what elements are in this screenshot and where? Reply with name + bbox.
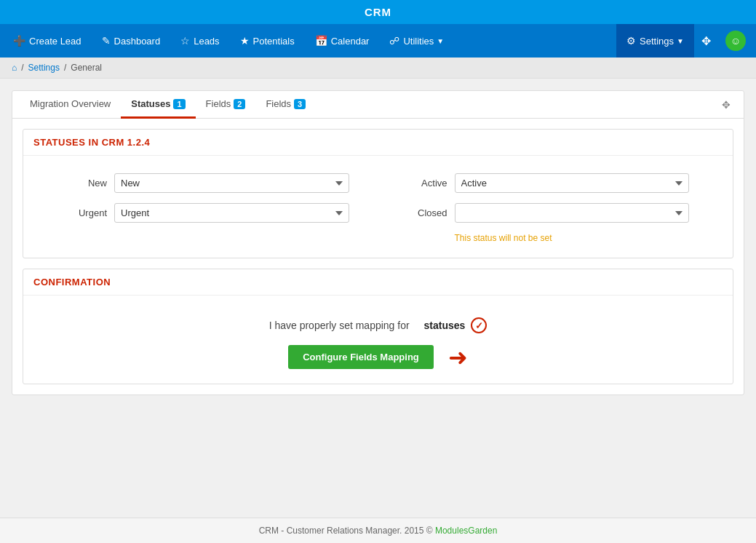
status-col-left: New New Urgent Urgent bbox=[38, 173, 378, 243]
plus-icon: ➕ bbox=[13, 35, 25, 47]
new-label: New bbox=[67, 178, 107, 189]
new-select[interactable]: New bbox=[114, 173, 349, 193]
chevron-down-settings-icon: ▼ bbox=[677, 37, 684, 45]
closed-label: Closed bbox=[407, 207, 447, 218]
tabs-bar: Migration Overview Statuses 1 Fields 2 F… bbox=[12, 91, 744, 119]
statuses-section: STATUSES IN CRM 1.2.4 New New Urgen bbox=[23, 129, 733, 258]
status-col-right: Active Active Closed This status will no… bbox=[378, 173, 719, 243]
confirmation-text-bold: statuses bbox=[424, 320, 466, 331]
home-icon[interactable]: ⌂ bbox=[12, 63, 17, 73]
confirmation-section-header: CONFIRMATION bbox=[23, 269, 733, 295]
app-title: CRM bbox=[365, 6, 391, 18]
tab-migration-overview[interactable]: Migration Overview bbox=[20, 91, 121, 119]
star-outline-icon: ☆ bbox=[180, 35, 190, 47]
statuses-section-body: New New Urgent Urgent bbox=[23, 163, 733, 258]
confirmation-text-before: I have properly set mapping for bbox=[269, 320, 410, 331]
status-grid: New New Urgent Urgent bbox=[38, 173, 718, 243]
tab-statuses[interactable]: Statuses 1 bbox=[121, 91, 195, 119]
confirmation-checkbox[interactable]: ✓ bbox=[471, 317, 487, 333]
gear-icon: ⚙ bbox=[626, 35, 636, 47]
tab-fields-2-badge: 2 bbox=[234, 99, 245, 109]
footer: CRM - Customer Relations Manager. 2015 ©… bbox=[0, 518, 756, 543]
statuses-header-text-prefix: STATUSES IN CRM bbox=[33, 137, 127, 148]
statuses-version: 1.2.4 bbox=[127, 137, 150, 148]
tab-fields-3[interactable]: Fields 3 bbox=[255, 91, 316, 119]
nav-potentials[interactable]: ★ Potentials bbox=[230, 24, 305, 58]
closed-warning: This status will not be set bbox=[407, 233, 690, 243]
nav-bar: ➕ Create Lead ✎ Dashboard ☆ Leads ★ Pote… bbox=[0, 24, 756, 58]
chevron-down-icon: ▼ bbox=[437, 37, 444, 45]
tab-fields-3-badge: 3 bbox=[294, 99, 306, 109]
urgent-label: Urgent bbox=[67, 207, 107, 218]
status-row-urgent: Urgent Urgent bbox=[67, 203, 349, 223]
nav-settings[interactable]: ⚙ Settings ▼ bbox=[616, 24, 694, 58]
calendar-icon: 📅 bbox=[315, 35, 327, 47]
nav-leads[interactable]: ☆ Leads bbox=[170, 24, 229, 58]
footer-link[interactable]: ModulesGarden bbox=[435, 526, 497, 536]
status-row-active: Active Active bbox=[407, 173, 690, 193]
expand-icon: ✥ bbox=[701, 34, 711, 48]
breadcrumb: ⌂ / Settings / General bbox=[0, 58, 756, 79]
nav-utilities[interactable]: ☍ Utilities ▼ bbox=[379, 24, 454, 58]
app-title-bar: CRM bbox=[0, 0, 756, 24]
confirmation-text: I have properly set mapping for statuses… bbox=[269, 317, 488, 333]
status-row-closed: Closed bbox=[407, 203, 690, 223]
breadcrumb-settings[interactable]: Settings bbox=[28, 63, 60, 73]
nav-dashboard[interactable]: ✎ Dashboard bbox=[92, 24, 171, 58]
tab-container: Migration Overview Statuses 1 Fields 2 F… bbox=[12, 90, 744, 395]
status-row-new: New New bbox=[67, 173, 349, 193]
nav-create-lead[interactable]: ➕ Create Lead bbox=[3, 24, 92, 58]
dashboard-icon: ✎ bbox=[102, 35, 111, 47]
active-select[interactable]: Active bbox=[455, 173, 690, 193]
config-btn-row: Configure Fields Mapping ➜ bbox=[288, 345, 468, 369]
star-icon: ★ bbox=[240, 35, 250, 47]
closed-select[interactable] bbox=[455, 203, 690, 223]
nav-expand-button[interactable]: ✥ bbox=[694, 24, 718, 58]
nav-user-button[interactable]: ☺ bbox=[718, 24, 753, 58]
configure-fields-mapping-button[interactable]: Configure Fields Mapping bbox=[288, 345, 434, 369]
urgent-select[interactable]: Urgent bbox=[114, 203, 349, 223]
user-avatar: ☺ bbox=[725, 31, 746, 51]
active-label: Active bbox=[407, 178, 447, 189]
nav-calendar[interactable]: 📅 Calendar bbox=[305, 24, 380, 58]
utilities-icon: ☍ bbox=[389, 35, 399, 47]
breadcrumb-general: General bbox=[71, 63, 102, 73]
arrow-right-icon: ➜ bbox=[448, 346, 468, 369]
tab-fields-2[interactable]: Fields 2 bbox=[196, 91, 256, 119]
confirmation-section: CONFIRMATION I have properly set mapping… bbox=[23, 269, 733, 384]
tab-expand-button[interactable]: ✥ bbox=[716, 92, 736, 118]
footer-text: CRM - Customer Relations Manager. 2015 © bbox=[259, 526, 433, 536]
tab-statuses-badge: 1 bbox=[173, 99, 185, 109]
statuses-section-header: STATUSES IN CRM 1.2.4 bbox=[23, 130, 733, 155]
confirmation-section-body: I have properly set mapping for statuses… bbox=[23, 303, 733, 384]
main-content: Migration Overview Statuses 1 Fields 2 F… bbox=[0, 79, 756, 518]
